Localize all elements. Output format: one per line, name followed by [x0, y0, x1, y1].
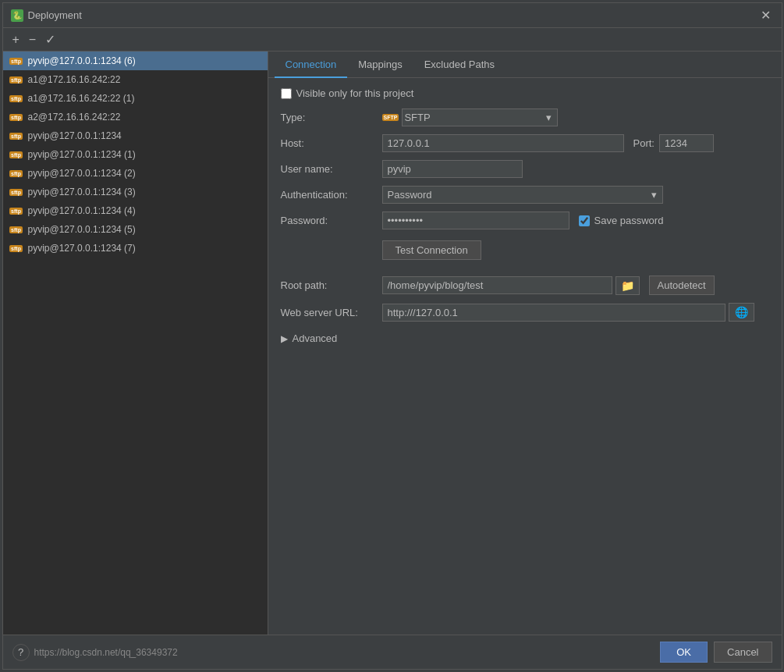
visible-only-checkbox[interactable]: [281, 88, 292, 99]
sftp-item-icon: sftp: [9, 243, 23, 254]
sidebar-item[interactable]: sftppyvip@127.0.0.1:1234 (5): [3, 220, 268, 239]
username-input[interactable]: [382, 160, 523, 178]
sftp-type-badge: SFTP: [382, 114, 399, 121]
auth-label: Authentication:: [281, 189, 382, 201]
type-select[interactable]: SFTP FTP FTPS Local or mounted folder: [402, 108, 558, 126]
username-label: User name:: [281, 163, 382, 175]
visible-only-label: Visible only for this project: [296, 87, 414, 99]
tab-excluded-paths[interactable]: Excluded Paths: [413, 52, 506, 78]
sftp-item-icon: sftp: [9, 74, 23, 85]
tabs: Connection Mappings Excluded Paths: [268, 52, 782, 78]
web-server-label: Web server URL:: [281, 307, 382, 318]
tab-mappings[interactable]: Mappings: [347, 52, 413, 78]
sftp-item-icon: sftp: [9, 187, 23, 197]
advanced-arrow-icon: ▶: [281, 333, 288, 344]
dialog-footer: ? https://blog.csdn.net/qq_36349372 OK C…: [3, 635, 782, 669]
auth-select-wrapper: Password Key pair OpenSSH config and aut…: [382, 186, 663, 204]
sidebar-item[interactable]: sftppyvip@127.0.0.1:1234 (1): [3, 145, 268, 164]
root-path-wrapper: 📁 Autodetect: [382, 276, 715, 295]
tab-connection[interactable]: Connection: [275, 52, 348, 78]
host-row: Host: Port:: [281, 134, 769, 152]
type-label: Type:: [281, 112, 382, 123]
sftp-item-icon: sftp: [9, 55, 23, 66]
save-password-label: Save password: [594, 215, 664, 226]
check-button[interactable]: ✓: [42, 30, 59, 48]
sftp-item-icon: sftp: [9, 168, 23, 179]
sftp-item-icon: sftp: [9, 205, 23, 216]
sftp-item-icon: sftp: [9, 112, 23, 123]
web-server-row: Web server URL: 🌐: [281, 303, 769, 322]
advanced-label: Advanced: [293, 332, 338, 344]
port-input[interactable]: [659, 134, 714, 152]
web-server-input[interactable]: [382, 304, 725, 322]
sidebar-item[interactable]: sftpa1@172.16.16.242:22: [3, 70, 268, 89]
sidebar-item[interactable]: sftppyvip@127.0.0.1:1234: [3, 126, 268, 145]
toolbar: + − ✓: [3, 28, 782, 52]
test-connection-button[interactable]: Test Connection: [382, 240, 481, 260]
sidebar-item[interactable]: sftppyvip@127.0.0.1:1234 (4): [3, 201, 268, 220]
auth-row: Authentication: Password Key pair OpenSS…: [281, 186, 769, 204]
app-icon: 🐍: [11, 9, 23, 22]
password-label: Password:: [281, 215, 382, 226]
test-connection-row: Test Connection: [281, 237, 769, 268]
username-row: User name:: [281, 160, 769, 178]
save-password-checkbox[interactable]: [579, 215, 590, 226]
cancel-button[interactable]: Cancel: [714, 642, 772, 663]
sidebar-item[interactable]: sftpa2@172.16.16.242:22: [3, 108, 268, 126]
password-input[interactable]: [382, 212, 569, 229]
host-input[interactable]: [382, 134, 624, 152]
visible-only-row: Visible only for this project: [281, 87, 769, 99]
close-button[interactable]: ✕: [757, 8, 774, 23]
port-label: Port:: [633, 137, 655, 149]
help-button[interactable]: ?: [12, 644, 30, 661]
dialog: 🐍 Deployment ✕ + − ✓ sftppyvip@127.0.0.1…: [2, 2, 782, 670]
sidebar-item[interactable]: sftppyvip@127.0.0.1:1234 (7): [3, 239, 268, 258]
tab-content: Visible only for this project Type: SFTP…: [268, 78, 782, 635]
sidebar: sftppyvip@127.0.0.1:1234 (6)sftpa1@172.1…: [3, 52, 268, 635]
sftp-item-icon: sftp: [9, 149, 23, 160]
sftp-item-icon: sftp: [9, 130, 23, 141]
footer-right: OK Cancel: [660, 642, 772, 663]
root-path-label: Root path:: [281, 279, 382, 291]
footer-left: ? https://blog.csdn.net/qq_36349372: [12, 644, 178, 661]
auth-select[interactable]: Password Key pair OpenSSH config and aut…: [382, 186, 663, 204]
sidebar-item[interactable]: sftppyvip@127.0.0.1:1234 (2): [3, 164, 268, 183]
sidebar-item[interactable]: sftppyvip@127.0.0.1:1234 (6): [3, 52, 268, 70]
title-bar: 🐍 Deployment ✕: [3, 3, 782, 28]
type-row: Type: SFTP SFTP FTP FTPS Local or mounte…: [281, 108, 769, 126]
autodetect-button[interactable]: Autodetect: [649, 276, 715, 295]
ok-button[interactable]: OK: [660, 642, 708, 663]
main-content: sftppyvip@127.0.0.1:1234 (6)sftpa1@172.1…: [3, 52, 782, 635]
footer-url: https://blog.csdn.net/qq_36349372: [34, 647, 178, 658]
right-panel: Connection Mappings Excluded Paths Visib…: [268, 52, 782, 635]
sidebar-item[interactable]: sftppyvip@127.0.0.1:1234 (3): [3, 183, 268, 201]
dialog-title: Deployment: [28, 9, 757, 21]
host-label: Host:: [281, 137, 382, 149]
browse-folder-button[interactable]: 📁: [615, 276, 640, 295]
password-row: Password: Save password: [281, 212, 769, 229]
sftp-item-icon: sftp: [9, 93, 23, 104]
web-server-browse-button[interactable]: 🌐: [729, 303, 754, 322]
type-select-wrapper: SFTP SFTP FTP FTPS Local or mounted fold…: [382, 108, 559, 126]
root-path-input[interactable]: [382, 276, 612, 294]
root-path-row: Root path: 📁 Autodetect: [281, 276, 769, 295]
advanced-row[interactable]: ▶ Advanced: [281, 329, 769, 347]
sftp-item-icon: sftp: [9, 224, 23, 235]
sidebar-item[interactable]: sftpa1@172.16.16.242:22 (1): [3, 89, 268, 108]
add-button[interactable]: +: [9, 31, 23, 48]
web-url-wrapper: 🌐: [382, 303, 754, 322]
remove-button[interactable]: −: [26, 31, 39, 48]
